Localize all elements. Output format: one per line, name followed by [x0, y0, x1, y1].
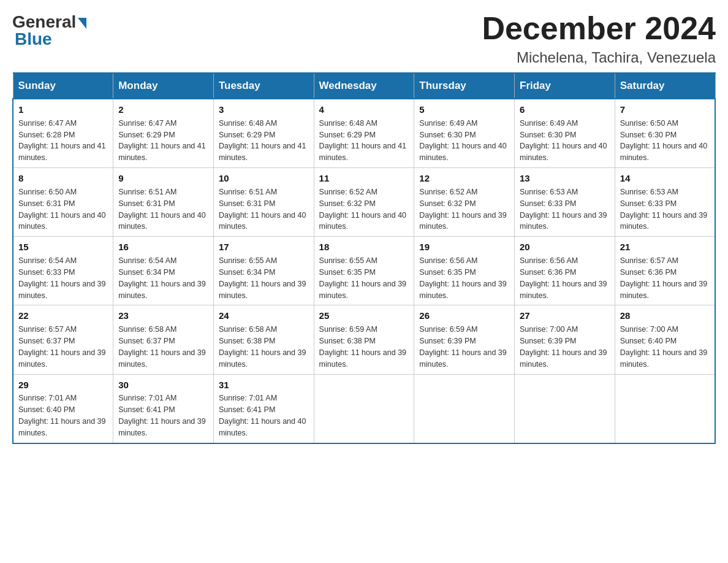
day-number: 25 — [319, 309, 409, 323]
calendar-cell: 1 Sunrise: 6:47 AMSunset: 6:28 PMDayligh… — [13, 99, 113, 168]
day-number: 8 — [18, 172, 108, 185]
day-number: 28 — [620, 309, 710, 323]
calendar-cell: 14 Sunrise: 6:53 AMSunset: 6:33 PMDaylig… — [615, 168, 715, 237]
day-number: 18 — [319, 240, 409, 254]
calendar-cell: 28 Sunrise: 7:00 AMSunset: 6:40 PMDaylig… — [615, 305, 715, 374]
day-number: 7 — [620, 103, 710, 117]
day-number: 24 — [219, 309, 309, 323]
calendar-cell — [615, 374, 715, 443]
day-info: Sunrise: 6:51 AMSunset: 6:31 PMDaylight:… — [118, 188, 205, 231]
day-number: 17 — [219, 240, 309, 254]
month-title: December 2024 — [482, 12, 716, 44]
calendar-header-row: SundayMondayTuesdayWednesdayThursdayFrid… — [13, 73, 715, 99]
title-section: December 2024 Michelena, Tachira, Venezu… — [482, 12, 716, 66]
calendar-header-friday: Friday — [515, 73, 615, 99]
day-number: 29 — [18, 378, 108, 392]
day-number: 27 — [520, 309, 610, 323]
day-info: Sunrise: 6:56 AMSunset: 6:36 PMDaylight:… — [520, 256, 607, 300]
day-number: 21 — [620, 240, 710, 254]
calendar-cell: 4 Sunrise: 6:48 AMSunset: 6:29 PMDayligh… — [314, 99, 414, 168]
calendar-cell: 20 Sunrise: 6:56 AMSunset: 6:36 PMDaylig… — [515, 237, 615, 305]
day-info: Sunrise: 6:54 AMSunset: 6:33 PMDaylight:… — [18, 256, 105, 300]
day-info: Sunrise: 6:51 AMSunset: 6:31 PMDaylight:… — [219, 188, 306, 231]
day-number: 13 — [520, 172, 610, 185]
day-info: Sunrise: 6:53 AMSunset: 6:33 PMDaylight:… — [620, 188, 707, 231]
calendar-cell: 10 Sunrise: 6:51 AMSunset: 6:31 PMDaylig… — [213, 168, 314, 237]
day-info: Sunrise: 6:55 AMSunset: 6:34 PMDaylight:… — [219, 256, 306, 300]
day-info: Sunrise: 6:57 AMSunset: 6:36 PMDaylight:… — [620, 256, 707, 300]
calendar-cell: 15 Sunrise: 6:54 AMSunset: 6:33 PMDaylig… — [13, 237, 113, 305]
calendar-cell: 12 Sunrise: 6:52 AMSunset: 6:32 PMDaylig… — [414, 168, 515, 237]
day-number: 31 — [219, 378, 309, 392]
logo-blue: Blue — [12, 29, 52, 49]
day-info: Sunrise: 7:01 AMSunset: 6:40 PMDaylight:… — [18, 394, 105, 437]
day-number: 23 — [118, 309, 208, 323]
day-info: Sunrise: 6:52 AMSunset: 6:32 PMDaylight:… — [419, 188, 506, 231]
day-number: 15 — [18, 240, 108, 254]
calendar-cell: 5 Sunrise: 6:49 AMSunset: 6:30 PMDayligh… — [414, 99, 515, 168]
day-info: Sunrise: 6:53 AMSunset: 6:33 PMDaylight:… — [520, 188, 607, 231]
day-number: 30 — [118, 378, 208, 392]
day-info: Sunrise: 6:49 AMSunset: 6:30 PMDaylight:… — [419, 119, 506, 163]
calendar-cell — [515, 374, 615, 443]
day-number: 16 — [118, 240, 208, 254]
day-info: Sunrise: 6:52 AMSunset: 6:32 PMDaylight:… — [319, 188, 406, 231]
day-info: Sunrise: 6:49 AMSunset: 6:30 PMDaylight:… — [520, 119, 607, 163]
day-number: 11 — [319, 172, 409, 185]
day-info: Sunrise: 7:01 AMSunset: 6:41 PMDaylight:… — [118, 394, 205, 437]
day-info: Sunrise: 6:59 AMSunset: 6:38 PMDaylight:… — [319, 325, 406, 369]
calendar-week-row-2: 8 Sunrise: 6:50 AMSunset: 6:31 PMDayligh… — [13, 168, 715, 237]
day-info: Sunrise: 6:47 AMSunset: 6:29 PMDaylight:… — [118, 119, 205, 163]
day-info: Sunrise: 6:58 AMSunset: 6:38 PMDaylight:… — [219, 325, 306, 369]
day-number: 6 — [520, 103, 610, 117]
day-info: Sunrise: 6:54 AMSunset: 6:34 PMDaylight:… — [118, 256, 205, 300]
day-number: 26 — [419, 309, 509, 323]
calendar-cell: 19 Sunrise: 6:56 AMSunset: 6:35 PMDaylig… — [414, 237, 515, 305]
day-number: 10 — [219, 172, 309, 185]
calendar-cell: 18 Sunrise: 6:55 AMSunset: 6:35 PMDaylig… — [314, 237, 414, 305]
calendar-cell: 2 Sunrise: 6:47 AMSunset: 6:29 PMDayligh… — [113, 99, 214, 168]
calendar-cell: 24 Sunrise: 6:58 AMSunset: 6:38 PMDaylig… — [213, 305, 314, 374]
calendar-cell: 8 Sunrise: 6:50 AMSunset: 6:31 PMDayligh… — [13, 168, 113, 237]
calendar-cell: 30 Sunrise: 7:01 AMSunset: 6:41 PMDaylig… — [113, 374, 214, 443]
calendar-cell: 26 Sunrise: 6:59 AMSunset: 6:39 PMDaylig… — [414, 305, 515, 374]
calendar-cell: 6 Sunrise: 6:49 AMSunset: 6:30 PMDayligh… — [515, 99, 615, 168]
calendar-cell: 3 Sunrise: 6:48 AMSunset: 6:29 PMDayligh… — [213, 99, 314, 168]
day-number: 14 — [620, 172, 710, 185]
calendar-header-thursday: Thursday — [414, 73, 515, 99]
day-info: Sunrise: 6:48 AMSunset: 6:29 PMDaylight:… — [219, 119, 306, 163]
calendar-cell: 22 Sunrise: 6:57 AMSunset: 6:37 PMDaylig… — [13, 305, 113, 374]
calendar-cell: 7 Sunrise: 6:50 AMSunset: 6:30 PMDayligh… — [615, 99, 715, 168]
calendar-header-wednesday: Wednesday — [314, 73, 414, 99]
location-title: Michelena, Tachira, Venezuela — [482, 49, 716, 66]
calendar-cell: 29 Sunrise: 7:01 AMSunset: 6:40 PMDaylig… — [13, 374, 113, 443]
calendar-cell: 16 Sunrise: 6:54 AMSunset: 6:34 PMDaylig… — [113, 237, 214, 305]
day-info: Sunrise: 6:47 AMSunset: 6:28 PMDaylight:… — [18, 119, 105, 163]
page-header: General Blue December 2024 Michelena, Ta… — [12, 12, 716, 66]
day-info: Sunrise: 6:56 AMSunset: 6:35 PMDaylight:… — [419, 256, 506, 300]
calendar-week-row-1: 1 Sunrise: 6:47 AMSunset: 6:28 PMDayligh… — [13, 99, 715, 168]
day-number: 4 — [319, 103, 409, 117]
calendar-header-monday: Monday — [113, 73, 214, 99]
calendar-cell — [414, 374, 515, 443]
calendar-week-row-5: 29 Sunrise: 7:01 AMSunset: 6:40 PMDaylig… — [13, 374, 715, 443]
day-number: 3 — [219, 103, 309, 117]
logo: General Blue — [12, 12, 86, 49]
day-info: Sunrise: 7:01 AMSunset: 6:41 PMDaylight:… — [219, 394, 306, 437]
day-number: 9 — [118, 172, 208, 185]
day-info: Sunrise: 6:48 AMSunset: 6:29 PMDaylight:… — [319, 119, 406, 163]
calendar-table: SundayMondayTuesdayWednesdayThursdayFrid… — [12, 72, 716, 444]
day-number: 1 — [18, 103, 108, 117]
day-number: 20 — [520, 240, 610, 254]
calendar-cell — [314, 374, 414, 443]
day-info: Sunrise: 6:50 AMSunset: 6:30 PMDaylight:… — [620, 119, 707, 163]
calendar-cell: 21 Sunrise: 6:57 AMSunset: 6:36 PMDaylig… — [615, 237, 715, 305]
day-info: Sunrise: 6:55 AMSunset: 6:35 PMDaylight:… — [319, 256, 406, 300]
day-number: 2 — [118, 103, 208, 117]
calendar-header-tuesday: Tuesday — [213, 73, 314, 99]
day-number: 5 — [419, 103, 509, 117]
day-info: Sunrise: 6:57 AMSunset: 6:37 PMDaylight:… — [18, 325, 105, 369]
day-info: Sunrise: 7:00 AMSunset: 6:39 PMDaylight:… — [520, 325, 607, 369]
calendar-cell: 11 Sunrise: 6:52 AMSunset: 6:32 PMDaylig… — [314, 168, 414, 237]
day-info: Sunrise: 7:00 AMSunset: 6:40 PMDaylight:… — [620, 325, 707, 369]
